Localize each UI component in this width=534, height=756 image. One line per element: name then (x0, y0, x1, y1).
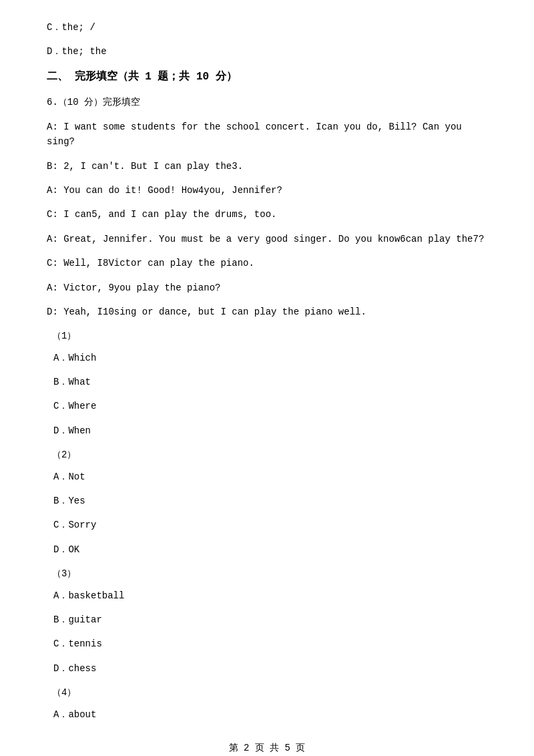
q3-num: （3） (52, 566, 487, 581)
q2-option-a: A．Not (53, 469, 487, 484)
q2-option-b: B．Yes (53, 494, 487, 508)
q1-option-b: B．What (53, 375, 487, 389)
option-c-the-slash: C．the; / (47, 20, 487, 35)
q1-num: （1） (52, 329, 487, 343)
q6-header: 6.（10 分）完形填空 (47, 95, 487, 110)
q3-option-a: A．basketball (53, 588, 487, 603)
q2-num: （2） (52, 447, 487, 462)
q2-option-d: D．OK (53, 542, 487, 557)
q1-option-d: D．When (53, 423, 487, 438)
option-d-the-the: D．the; the (47, 44, 487, 59)
q3-option-b: B．guitar (53, 612, 487, 627)
dialog-a1: A: I want some students for the school c… (47, 120, 487, 150)
q3-option-d: D．chess (53, 661, 487, 676)
dialog-b1: B: 2, I can't. But I can play the3. (47, 159, 487, 174)
q1-option-c: C．Where (53, 399, 487, 413)
dialog-a2: A: You can do it! Good! How4you, Jennife… (47, 183, 487, 198)
dialog-d1: D: Yeah, I10sing or dance, but I can pla… (47, 305, 487, 319)
q2-option-c: C．Sorry (53, 518, 487, 532)
q3-option-c: C．tennis (53, 636, 487, 651)
section2-title: 二、 完形填空（共 1 题；共 10 分） (47, 69, 487, 86)
q1-option-a: A．Which (53, 351, 487, 365)
dialog-c1: C: I can5, and I can play the drums, too… (47, 207, 487, 222)
q4-num: （4） (52, 685, 487, 700)
page-footer: 第 2 页 共 5 页 (47, 742, 487, 754)
dialog-a3: A: Great, Jennifer. You must be a very g… (47, 232, 487, 246)
dialog-c2: C: Well, I8Victor can play the piano. (47, 256, 487, 270)
dialog-a4: A: Victor, 9you play the piano? (47, 280, 487, 295)
q4-option-a: A．about (53, 707, 487, 722)
